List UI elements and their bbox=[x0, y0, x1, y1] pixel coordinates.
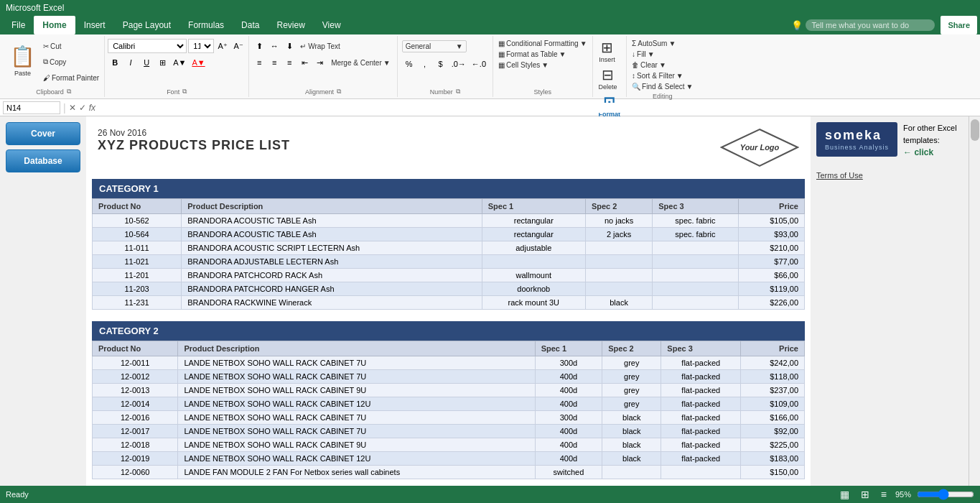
font-grow-button[interactable]: A⁺ bbox=[215, 39, 230, 53]
category2-header-row: Product No Product Description Spec 1 Sp… bbox=[93, 341, 805, 356]
cell-description: LANDE NETBOX SOHO WALL RACK CABINET 9U bbox=[178, 384, 535, 397]
table-row: 11-201 BRANDORA PATCHCORD RACK Ash wallm… bbox=[93, 269, 805, 282]
scrollbar-thumb[interactable] bbox=[971, 119, 979, 141]
col-spec3-1: Spec 3 bbox=[653, 199, 738, 214]
percent-button[interactable]: % bbox=[402, 57, 416, 71]
cancel-formula-icon[interactable]: ✕ bbox=[69, 103, 76, 113]
page-break-view-button[interactable]: ≡ bbox=[878, 489, 890, 500]
bold-button[interactable]: B bbox=[108, 55, 122, 70]
autosum-button[interactable]: Σ AutoSum ▼ bbox=[630, 39, 678, 48]
conditional-formatting-button[interactable]: ▦ Conditional Formatting ▼ bbox=[496, 39, 589, 48]
cell-product-no: 11-203 bbox=[93, 282, 182, 296]
database-button[interactable]: Database bbox=[6, 149, 80, 172]
page-layout-view-button[interactable]: ⊞ bbox=[858, 489, 872, 500]
italic-button[interactable]: I bbox=[123, 55, 138, 70]
cover-button[interactable]: Cover bbox=[6, 122, 80, 145]
number-dropdown-icon: ▼ bbox=[456, 42, 463, 50]
font-name-select[interactable]: Calibri bbox=[108, 39, 187, 53]
cell-spec1: wallmount bbox=[482, 269, 585, 282]
terms-link[interactable]: Terms of Use bbox=[816, 171, 863, 180]
format-painter-button[interactable]: 🖌 Format Painter bbox=[41, 73, 101, 83]
menu-view[interactable]: View bbox=[314, 16, 350, 34]
number-expand-icon[interactable]: ⧉ bbox=[456, 88, 460, 96]
confirm-formula-icon[interactable]: ✓ bbox=[79, 103, 86, 113]
fill-color-button[interactable]: A▼ bbox=[171, 55, 188, 70]
align-middle-button[interactable]: ↔ bbox=[267, 39, 281, 53]
font-expand-icon[interactable]: ⧉ bbox=[182, 88, 187, 96]
font-color-button[interactable]: A▼ bbox=[190, 55, 207, 70]
wrap-text-button[interactable]: ↵ Wrap Text bbox=[297, 41, 343, 52]
cell-product-no: 12-0013 bbox=[93, 384, 178, 397]
align-right-button[interactable]: ≡ bbox=[282, 55, 297, 70]
paste-button[interactable]: 📋 Paste bbox=[6, 39, 39, 82]
font-row-2: B I U ⊞ A▼ A▼ bbox=[108, 55, 207, 70]
insert-button[interactable]: ⊞ Insert bbox=[596, 39, 619, 65]
zoom-slider[interactable] bbox=[917, 489, 974, 500]
menu-review[interactable]: Review bbox=[268, 16, 313, 34]
number-format-select[interactable]: General ▼ bbox=[402, 40, 467, 52]
sort-filter-button[interactable]: ↕ Sort & Filter ▼ bbox=[630, 71, 686, 80]
fill-button[interactable]: ↓ Fill ▼ bbox=[630, 50, 657, 59]
table-row: 12-0014 LANDE NETBOX SOHO WALL RACK CABI… bbox=[93, 397, 805, 411]
tell-me-input[interactable] bbox=[806, 19, 935, 31]
cell-spec2: grey bbox=[602, 356, 661, 370]
menu-file[interactable]: File bbox=[3, 16, 34, 34]
spreadsheet-main[interactable]: 26 Nov 2016 XYZ PRODUCTS PRICE LIST Your… bbox=[86, 116, 811, 486]
font-shrink-button[interactable]: A⁻ bbox=[231, 39, 246, 53]
conditional-dropdown-icon: ▼ bbox=[580, 40, 587, 47]
name-box[interactable] bbox=[3, 101, 60, 114]
click-link[interactable]: ← click bbox=[903, 147, 933, 157]
formula-input[interactable] bbox=[98, 103, 977, 113]
menu-data[interactable]: Data bbox=[233, 16, 268, 34]
alignment-content: ⬆ ↔ ⬇ ↵ Wrap Text ≡ ≡ ≡ ⇤ ⇥ Merge & Cent… bbox=[252, 36, 394, 86]
alignment-expand-icon[interactable]: ⧉ bbox=[337, 88, 341, 96]
merge-center-button[interactable]: Merge & Center ▼ bbox=[327, 57, 394, 69]
vertical-scrollbar[interactable] bbox=[969, 116, 980, 486]
clipboard-expand-icon[interactable]: ⧉ bbox=[67, 88, 71, 96]
cell-spec1: switched bbox=[535, 466, 602, 479]
company-header: 26 Nov 2016 XYZ PRODUCTS PRICE LIST bbox=[98, 128, 290, 153]
underline-button[interactable]: U bbox=[139, 55, 154, 70]
cell-price: $119,00 bbox=[738, 282, 804, 296]
cell-description: LANDE NETBOX SOHO WALL RACK CABINET 9U bbox=[178, 438, 535, 452]
align-top-button[interactable]: ⬆ bbox=[252, 39, 266, 53]
cut-button[interactable]: ✂ Cut bbox=[41, 42, 101, 51]
category2-header: CATEGORY 2 bbox=[92, 321, 805, 341]
menu-insert[interactable]: Insert bbox=[75, 16, 114, 34]
sidebar-nav: Cover Database bbox=[0, 116, 86, 486]
currency-button[interactable]: $ bbox=[434, 57, 448, 71]
cell-product-no: 10-562 bbox=[93, 214, 182, 228]
cell-spec1: 400d bbox=[535, 370, 602, 384]
menu-formulas[interactable]: Formulas bbox=[179, 16, 233, 34]
cell-price: $105,00 bbox=[738, 214, 804, 228]
someka-logo-box: someka Business Analysis bbox=[816, 122, 897, 157]
copy-button[interactable]: ⧉ Copy bbox=[41, 57, 101, 67]
cell-styles-button[interactable]: ▦ Cell Styles ▼ bbox=[496, 60, 551, 70]
cell-spec3: flat-packed bbox=[661, 411, 741, 425]
decrease-indent-button[interactable]: ⇤ bbox=[297, 55, 312, 70]
menu-pagelayout[interactable]: Page Layout bbox=[114, 16, 179, 34]
insert-function-icon[interactable]: fx bbox=[89, 103, 95, 113]
format-table-button[interactable]: ▦ Format as Table ▼ bbox=[496, 50, 568, 59]
align-center-button[interactable]: ≡ bbox=[267, 55, 281, 70]
align-bottom-button[interactable]: ⬇ bbox=[282, 39, 297, 53]
increase-decimal-button[interactable]: .0→ bbox=[449, 57, 468, 71]
share-button[interactable]: Share bbox=[941, 16, 977, 34]
align-left-button[interactable]: ≡ bbox=[252, 55, 266, 70]
cell-spec2 bbox=[585, 282, 652, 296]
font-size-select[interactable]: 11 bbox=[188, 39, 214, 53]
cell-product-no: 11-231 bbox=[93, 296, 182, 310]
increase-indent-button[interactable]: ⇥ bbox=[312, 55, 327, 70]
clear-button[interactable]: 🗑 Clear ▼ bbox=[630, 60, 668, 70]
find-select-button[interactable]: 🔍 Find & Select ▼ bbox=[630, 82, 695, 91]
format-painter-icon: 🖌 bbox=[43, 74, 50, 82]
decrease-decimal-button[interactable]: ←.0 bbox=[470, 57, 488, 71]
delete-button[interactable]: ⊟ Delete bbox=[596, 66, 620, 92]
border-button[interactable]: ⊞ bbox=[155, 55, 169, 70]
normal-view-button[interactable]: ▦ bbox=[837, 489, 852, 500]
sort-icon: ↕ bbox=[632, 72, 635, 80]
conditional-icon: ▦ bbox=[498, 40, 505, 47]
cell-price: $237,00 bbox=[741, 384, 805, 397]
menu-home[interactable]: Home bbox=[34, 16, 75, 34]
comma-button[interactable]: , bbox=[418, 57, 432, 71]
